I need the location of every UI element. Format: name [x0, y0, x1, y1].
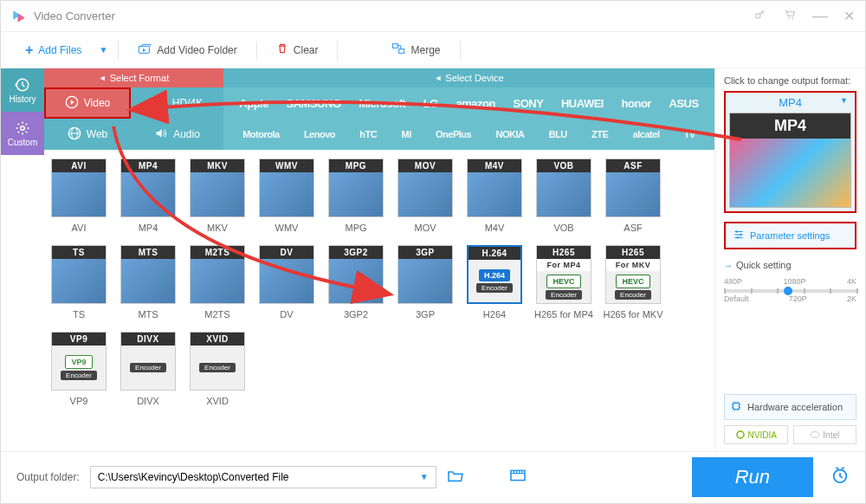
format-item-avi[interactable]: AVIAVI: [44, 158, 113, 243]
format-item-mov[interactable]: MOVMOV: [391, 158, 460, 243]
close-icon[interactable]: ✕: [843, 8, 855, 24]
add-files-dropdown-icon[interactable]: ▼: [99, 45, 107, 55]
brand-logo[interactable]: NOKIA: [495, 129, 524, 139]
format-item-m2ts[interactable]: M2TSM2TS: [183, 245, 252, 330]
format-icon: MPG: [328, 158, 384, 217]
format-item-3gp[interactable]: 3GP3GP: [391, 245, 460, 330]
sliders-icon: [733, 229, 745, 242]
format-label: M2TS: [204, 309, 229, 320]
select-device-tab[interactable]: ◄ Select Device: [223, 68, 714, 87]
brand-logo[interactable]: Motorola: [242, 129, 279, 139]
brand-logo[interactable]: SAMSUNG: [287, 97, 341, 110]
titlebar: Video Converter — ✕: [1, 1, 865, 32]
category-audio[interactable]: Audio: [131, 119, 223, 150]
format-item-asf[interactable]: ASFASF: [598, 158, 668, 243]
format-badge: WMV: [260, 159, 313, 172]
format-item-mkv[interactable]: MKVMKV: [183, 158, 252, 243]
format-item-mp4[interactable]: MP4MP4: [113, 158, 183, 243]
history-label: History: [9, 94, 36, 104]
output-folder-input[interactable]: C:\Users\Kevincy\Desktop\Converted File …: [90, 466, 436, 488]
format-icon: 3GP: [397, 245, 453, 304]
format-icon: AVI: [51, 158, 107, 217]
history-button[interactable]: History: [1, 68, 44, 112]
brand-logo[interactable]: OnePlus: [436, 129, 471, 139]
parameter-settings-button[interactable]: Parameter settings: [724, 222, 856, 249]
format-thumb: HEVCEncoder: [537, 271, 591, 303]
format-item-3gp2[interactable]: 3GP23GP2: [321, 245, 391, 330]
schedule-button[interactable]: [830, 465, 850, 488]
cart-icon[interactable]: [783, 8, 797, 24]
format-item-wmv[interactable]: WMVWMV: [252, 158, 321, 243]
format-item-xvid[interactable]: XVIDEncoderXVID: [183, 332, 252, 417]
format-icon: VP9VP9Encoder: [51, 332, 107, 391]
minimize-icon[interactable]: —: [812, 7, 828, 25]
separator: [460, 41, 461, 60]
brand-logo[interactable]: MI: [402, 129, 411, 139]
format-item-vp9[interactable]: VP9VP9EncoderVP9: [44, 332, 113, 417]
brand-logo[interactable]: honor: [622, 97, 651, 110]
back-icon: ◄: [99, 74, 107, 82]
format-item-m4v[interactable]: M4VM4V: [460, 158, 529, 243]
nvidia-chip[interactable]: NVIDIA: [724, 425, 788, 444]
format-icon: TS: [51, 245, 107, 304]
format-item-h264[interactable]: H.264H.264EncoderH264: [460, 245, 529, 330]
open-folder-button[interactable]: [447, 468, 464, 486]
separator: [256, 41, 257, 60]
output-format-preview[interactable]: MP4 MP4: [724, 91, 856, 213]
format-item-mpg[interactable]: MPGMPG: [321, 158, 391, 243]
brand-logo[interactable]: LG: [423, 97, 438, 110]
brand-logo[interactable]: Microsoft: [359, 97, 405, 110]
merge-icon: [391, 42, 405, 57]
gpu-row: NVIDIA Intel: [724, 425, 856, 444]
trash-icon: [276, 42, 288, 57]
resolution-slider[interactable]: [724, 289, 856, 293]
format-label: H264: [483, 309, 506, 320]
category-rows: Video HD/4K AppleSAMSUNGMicrosoftLGamazo…: [44, 87, 714, 150]
merge-button[interactable]: Merge: [383, 39, 449, 61]
brand-logo[interactable]: amazon: [456, 97, 494, 110]
brand-logo[interactable]: ASUS: [669, 97, 699, 110]
slider-handle[interactable]: [784, 287, 792, 295]
key-icon[interactable]: [753, 8, 767, 24]
brand-logo[interactable]: Lenovo: [304, 129, 335, 139]
category-video[interactable]: Video: [44, 87, 131, 119]
dropdown-icon[interactable]: ▼: [420, 472, 429, 481]
intel-chip[interactable]: Intel: [793, 425, 857, 444]
run-button[interactable]: Run: [692, 457, 813, 497]
hardware-accel-button[interactable]: Hardware acceleration: [724, 394, 856, 420]
film-folder-button[interactable]: [509, 468, 527, 486]
format-icon: ASF: [605, 158, 661, 217]
format-item-dv[interactable]: DVDV: [252, 245, 321, 330]
category-web[interactable]: Web: [44, 119, 131, 150]
format-item-mts[interactable]: MTSMTS: [113, 245, 183, 330]
add-files-label: Add Files: [38, 44, 81, 56]
format-item-ts[interactable]: TSTS: [44, 245, 113, 330]
brand-logo[interactable]: HUAWEI: [561, 97, 604, 110]
brand-logo[interactable]: Apple: [239, 97, 268, 110]
brand-logo[interactable]: hTC: [359, 129, 377, 139]
hd-icon: [152, 96, 167, 111]
clear-button[interactable]: Clear: [268, 39, 327, 61]
format-item-h265-for-mp4[interactable]: H265For MP4HEVCEncoderH265 for MP4: [529, 245, 598, 330]
brand-logo[interactable]: SONY: [513, 97, 543, 110]
format-thumb: [191, 172, 244, 216]
format-icon: MOV: [397, 158, 453, 217]
format-label: MTS: [138, 309, 158, 320]
toolbar: + Add Files ▼ Add Video Folder Clear Mer…: [1, 32, 865, 68]
add-files-button[interactable]: + Add Files: [16, 39, 90, 61]
format-item-vob[interactable]: VOBVOB: [529, 158, 598, 243]
custom-button[interactable]: Custom: [1, 112, 44, 155]
brand-logo[interactable]: TV: [684, 129, 695, 139]
brand-logo[interactable]: alcatel: [633, 129, 660, 139]
main-area: History Custom ◄ Select Format ◄ Select …: [1, 68, 865, 451]
add-folder-label: Add Video Folder: [157, 44, 237, 56]
select-format-tab[interactable]: ◄ Select Format: [44, 68, 223, 87]
brand-logo[interactable]: BLU: [549, 129, 567, 139]
svg-point-0: [756, 14, 760, 18]
brand-logo[interactable]: ZTE: [591, 129, 608, 139]
folder-cam-icon: [138, 42, 152, 57]
format-item-divx[interactable]: DIVXEncoderDIVX: [113, 332, 183, 417]
category-hd[interactable]: HD/4K: [131, 87, 223, 119]
add-folder-button[interactable]: Add Video Folder: [129, 39, 246, 61]
format-item-h265-for-mkv[interactable]: H265For MKVHEVCEncoderH265 for MKV: [598, 245, 668, 330]
